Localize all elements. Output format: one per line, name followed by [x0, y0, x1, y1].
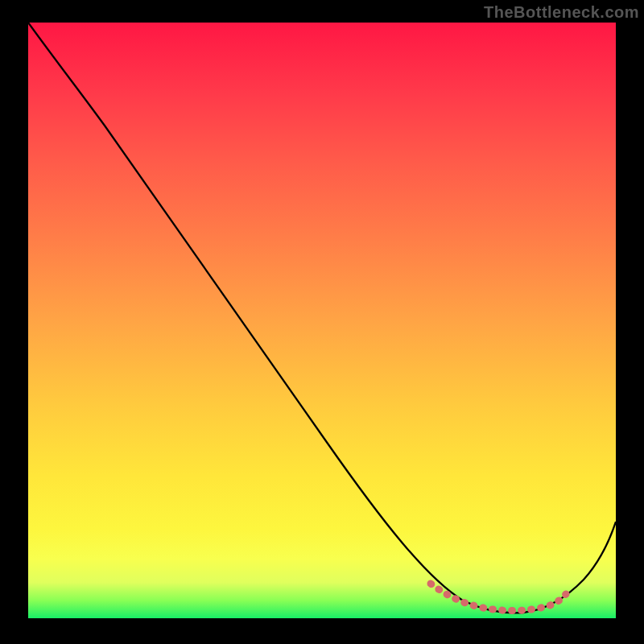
curve-layer [28, 23, 616, 618]
watermark-text: TheBottleneck.com [484, 3, 639, 22]
plot-area [28, 23, 616, 618]
bottleneck-curve-path [28, 23, 616, 613]
chart-frame: TheBottleneck.com [0, 0, 644, 644]
